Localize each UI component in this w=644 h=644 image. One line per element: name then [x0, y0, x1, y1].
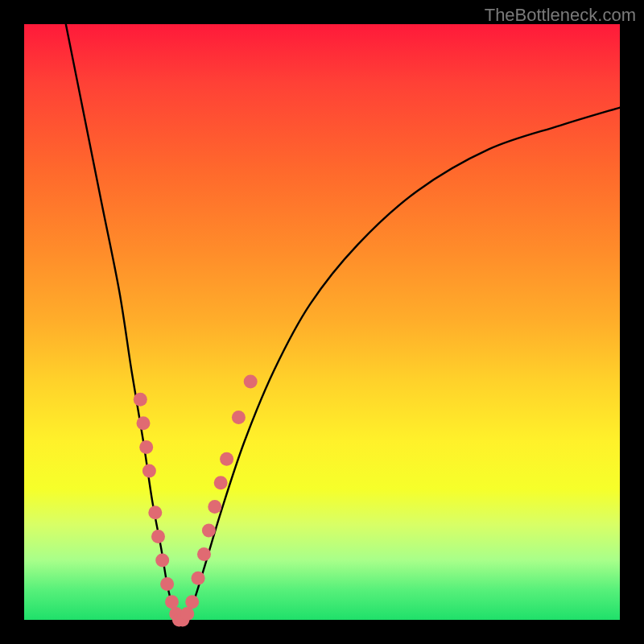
highlight-point — [220, 452, 233, 466]
highlight-point — [137, 416, 151, 430]
highlight-point — [244, 375, 258, 389]
chart-overlay — [24, 24, 620, 620]
highlight-point — [208, 500, 221, 514]
highlight-point — [232, 411, 246, 424]
highlight-point — [165, 595, 179, 609]
highlight-point — [139, 440, 153, 454]
curve-right-branch — [179, 108, 620, 620]
highlight-point — [148, 506, 162, 519]
curve-left-branch — [66, 24, 180, 620]
highlight-point — [192, 572, 205, 585]
highlight-point — [202, 524, 216, 538]
highlight-point — [214, 476, 228, 489]
outer-frame: TheBottleneck.com — [0, 0, 644, 644]
watermark-text: TheBottleneck.com — [485, 5, 636, 26]
highlight-point — [155, 554, 169, 568]
highlight-point — [185, 595, 199, 609]
highlight-point — [151, 530, 165, 543]
highlight-point — [180, 607, 194, 621]
highlight-point — [160, 577, 174, 591]
highlight-point — [142, 464, 156, 478]
highlight-point — [197, 547, 211, 561]
highlight-point — [134, 393, 147, 407]
